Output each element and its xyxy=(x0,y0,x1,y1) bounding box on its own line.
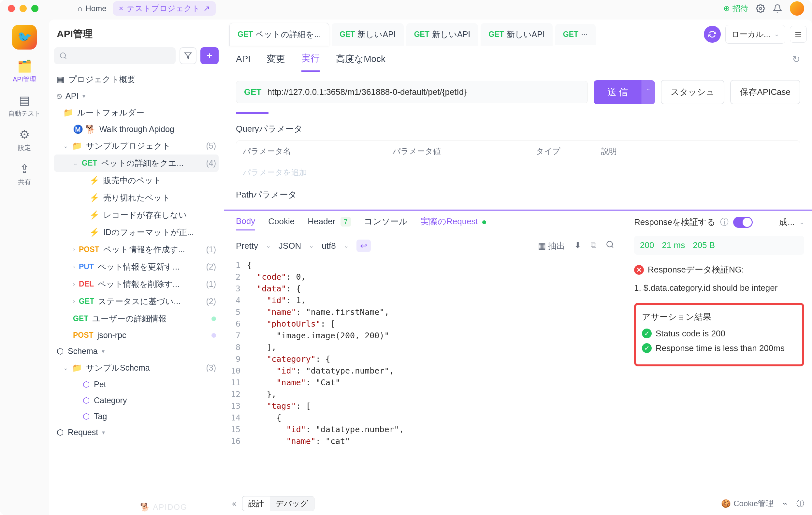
subtab-mock[interactable]: 高度なMock xyxy=(336,53,385,71)
help-icon[interactable]: ⓘ xyxy=(796,498,804,509)
menu-button[interactable] xyxy=(790,26,807,43)
tree-sample-project[interactable]: ⌄ 📁 サンプルプロジェクト (5) xyxy=(54,137,219,154)
cookie-management-link[interactable]: 🍪 Cookie管理 xyxy=(721,498,774,509)
nav-api-management[interactable]: 🗂️ API管理 xyxy=(13,59,36,84)
col-desc: 説明 xyxy=(601,146,793,156)
resp-tab-console[interactable]: コンソール xyxy=(364,216,408,230)
tree-user-detail[interactable]: GET ユーザーの詳細情報 xyxy=(54,310,219,327)
resp-tab-cookie[interactable]: Cookie xyxy=(268,217,295,230)
tree-case-onsale[interactable]: ⚡ 販売中のペット xyxy=(54,172,219,189)
bell-icon[interactable] xyxy=(773,4,782,13)
subtab-run[interactable]: 実行 xyxy=(301,52,320,72)
extract-button[interactable]: ▦ 抽出 xyxy=(538,240,565,252)
editor-tab-1[interactable]: GET ペットの詳細を... xyxy=(229,23,329,46)
chevron-down-icon[interactable]: ⌄ xyxy=(266,242,271,249)
url-input[interactable]: GET http://127.0.0.1:3658/m1/361888-0-de… xyxy=(236,81,588,103)
validate-toggle[interactable] xyxy=(733,217,753,228)
nav-share[interactable]: ⇪ 共有 xyxy=(18,162,31,187)
chevron-down-icon[interactable]: ⌄ xyxy=(73,160,78,167)
request-root[interactable]: ⬡ Request ▾ xyxy=(54,424,219,440)
chevron-down-icon[interactable]: ⌄ xyxy=(309,242,314,249)
mode-toggle[interactable]: 設計 デバッグ xyxy=(242,496,314,511)
history-button[interactable]: ↻ xyxy=(792,53,800,71)
editor-tab-3[interactable]: GET 新しいAPI xyxy=(406,23,478,46)
filter-icon xyxy=(184,52,192,60)
refresh-button[interactable] xyxy=(704,26,721,43)
send-button[interactable]: 送 信 xyxy=(594,80,642,104)
home-link[interactable]: ⌂ Home xyxy=(78,4,107,13)
mode-design[interactable]: 設計 xyxy=(242,496,270,511)
nav-auto-test[interactable]: ▤ 自動テスト xyxy=(8,93,41,118)
format-encoding[interactable]: utf8 xyxy=(322,241,336,251)
mode-debug[interactable]: デバッグ xyxy=(270,496,314,511)
tree-case-idformat[interactable]: ⚡ IDのフォーマットが正... xyxy=(54,224,219,241)
format-json[interactable]: JSON xyxy=(279,241,301,251)
user-avatar[interactable] xyxy=(790,1,804,16)
project-overview[interactable]: ▦ プロジェクト概要 xyxy=(54,71,219,88)
app-logo[interactable]: 🐦 xyxy=(12,25,37,50)
chevron-down-icon[interactable]: ⌄ xyxy=(799,219,804,226)
tree-pet-detail[interactable]: ⌄ GET ペットの詳細をクエ... (4) xyxy=(54,154,219,172)
wrap-button[interactable]: ↩ xyxy=(356,239,371,252)
param-add-row[interactable]: パラメータを追加 xyxy=(236,162,800,183)
filter-button[interactable] xyxy=(179,47,197,64)
chevron-down-icon[interactable]: ⌄ xyxy=(63,364,68,372)
chevron-right-icon[interactable]: › xyxy=(73,281,75,287)
environment-select[interactable]: ローカル... ⌄ xyxy=(725,25,785,44)
search-input[interactable] xyxy=(54,47,176,64)
editor-tab-2[interactable]: GET 新しいAPI xyxy=(332,23,404,46)
copy-icon[interactable]: ⧉ xyxy=(590,240,597,252)
editor-tab-4[interactable]: GET 新しいAPI xyxy=(481,23,553,46)
response-body[interactable]: 1{2 "code": 0,3 "data": {4 "id": 1,5 "na… xyxy=(224,256,626,492)
stash-button[interactable]: スタッシュ xyxy=(661,80,724,104)
tree-schema-tag[interactable]: ⬡ Tag xyxy=(54,408,219,424)
external-link-icon[interactable]: ↗ xyxy=(203,4,210,13)
schema-root[interactable]: ⬡ Schema ▾ xyxy=(54,343,219,359)
gear-icon[interactable] xyxy=(756,4,765,13)
resp-tab-actual-request[interactable]: 実際のRequest xyxy=(420,216,486,230)
success-dropdown[interactable]: 成... xyxy=(779,217,795,228)
tree-sample-schema[interactable]: ⌄ 📁 サンプルSchema (3) xyxy=(54,359,219,376)
resp-tab-header[interactable]: Header 7 xyxy=(308,217,351,230)
format-pretty[interactable]: Pretty xyxy=(236,241,258,251)
collapse-icon[interactable]: « xyxy=(232,499,236,508)
tree-case-soldout[interactable]: ⚡ 売り切れたペット xyxy=(54,189,219,206)
tree-case-notexist[interactable]: ⚡ レコードが存在しない xyxy=(54,206,219,224)
chevron-right-icon[interactable]: › xyxy=(73,246,75,253)
chevron-right-icon[interactable]: › xyxy=(73,263,75,270)
save-case-button[interactable]: 保存APICase xyxy=(730,80,800,104)
code-gen-icon[interactable]: ⌁ xyxy=(783,499,787,508)
api-root[interactable]: ⎋ API ▾ xyxy=(54,88,219,104)
update-count: (2) xyxy=(206,262,216,271)
subtab-change[interactable]: 変更 xyxy=(267,53,285,71)
minimize-window-button[interactable] xyxy=(20,5,27,12)
case-label: IDのフォーマットが正... xyxy=(103,227,194,238)
invite-button[interactable]: ⊕ 招待 xyxy=(723,3,748,14)
tree-delete-pet[interactable]: › DEL ペット情報を削除す... (1) xyxy=(54,276,219,293)
tree-jsonrpc[interactable]: POST json-rpc xyxy=(54,327,219,343)
project-tab[interactable]: × テストプロジェクト ↗ xyxy=(113,1,216,16)
resp-tab-body[interactable]: Body xyxy=(236,216,255,230)
send-dropdown[interactable]: ⌄ xyxy=(642,80,655,104)
search-response-icon[interactable] xyxy=(606,240,614,252)
editor-tab-more[interactable]: GET ··· xyxy=(555,24,596,45)
tree-root-folder[interactable]: 📁 ルートフォルダー xyxy=(54,104,219,121)
chevron-down-icon[interactable]: ⌄ xyxy=(344,242,349,249)
add-button[interactable]: + xyxy=(200,47,219,64)
schema-category-label: Category xyxy=(94,396,127,405)
close-window-button[interactable] xyxy=(8,5,15,12)
subtab-api[interactable]: API xyxy=(236,54,251,70)
download-icon[interactable]: ⬇ xyxy=(574,240,581,252)
maximize-window-button[interactable] xyxy=(31,5,38,12)
chevron-right-icon[interactable]: › xyxy=(73,298,75,305)
chevron-down-icon[interactable]: ⌄ xyxy=(63,142,68,150)
tree-schema-category[interactable]: ⬡ Category xyxy=(54,393,219,408)
tree-create-pet[interactable]: › POST ペット情報を作成す... (1) xyxy=(54,241,219,258)
tree-update-pet[interactable]: › PUT ペット情報を更新す... (2) xyxy=(54,258,219,276)
tree-walkthrough[interactable]: Ⓜ️ 🐕 Walk through Apidog xyxy=(54,121,219,137)
tree-status-pet[interactable]: › GET ステータスに基づい... (2) xyxy=(54,293,219,310)
nav-settings[interactable]: ⚙ 設定 xyxy=(18,128,31,152)
tree-schema-pet[interactable]: ⬡ Pet xyxy=(54,376,219,393)
help-icon[interactable]: ⓘ xyxy=(720,217,729,228)
close-tab-icon[interactable]: × xyxy=(119,4,123,13)
